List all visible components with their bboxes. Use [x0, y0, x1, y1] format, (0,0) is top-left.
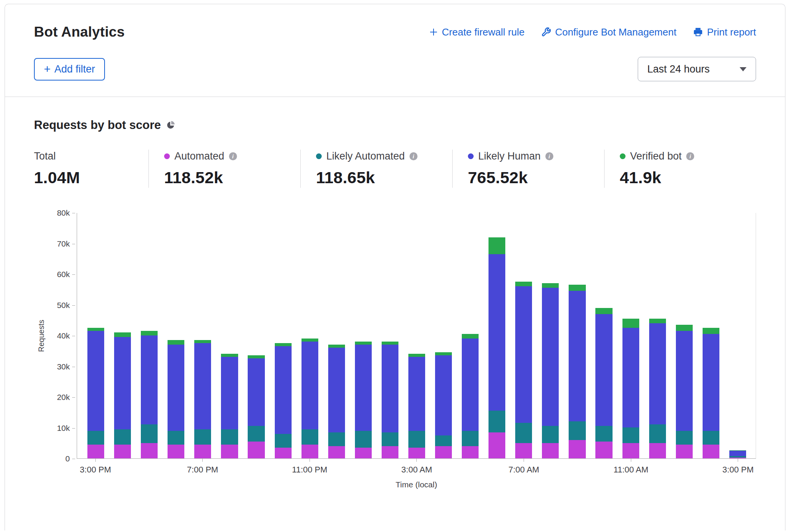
bar-segment-verified-bot	[462, 334, 479, 339]
x-axis-tick-label: 3:00 PM	[722, 465, 754, 475]
bar-segment-likely-automated	[489, 411, 505, 432]
bar-segment-likely-automated	[622, 427, 639, 443]
bar-slot	[644, 319, 671, 458]
stacked-bar[interactable]	[355, 342, 372, 458]
bar-segment-likely-automated	[141, 424, 158, 443]
info-icon[interactable]	[229, 152, 237, 160]
stacked-bar[interactable]	[114, 332, 131, 458]
bar-segment-automated	[194, 445, 211, 458]
stacked-bar[interactable]	[462, 334, 479, 458]
bar-segment-verified-bot	[542, 283, 559, 288]
stacked-bar[interactable]	[168, 340, 184, 458]
stacked-bar[interactable]	[542, 283, 559, 458]
bar-slot	[590, 308, 617, 458]
x-axis-tick-label: 7:00 PM	[187, 465, 218, 475]
bar-segment-likely-human	[622, 328, 639, 428]
bar-slot	[82, 328, 109, 458]
configure-bot-management-link[interactable]: Configure Bot Management	[541, 26, 676, 38]
bar-segment-likely-automated	[355, 431, 372, 448]
stat-likely-human[interactable]: Likely Human 765.52k	[452, 150, 604, 188]
stacked-bar[interactable]	[515, 282, 532, 458]
x-slot: 3:00 PM	[82, 459, 109, 475]
x-slot	[430, 459, 457, 475]
stacked-bar[interactable]	[221, 354, 238, 458]
x-slot	[243, 459, 269, 475]
stacked-bar[interactable]	[729, 450, 746, 458]
stacked-bar[interactable]	[676, 325, 693, 458]
stacked-bar[interactable]	[141, 331, 158, 458]
bar-segment-likely-human	[729, 451, 746, 456]
info-icon[interactable]	[545, 152, 553, 160]
y-axis-tick-label: 10k	[57, 424, 70, 433]
stacked-bar[interactable]	[435, 352, 452, 458]
bar-segment-likely-automated	[569, 421, 585, 440]
bar-segment-verified-bot	[515, 282, 532, 286]
bar-segment-automated	[301, 445, 318, 458]
stacked-bar[interactable]	[248, 355, 264, 458]
stacked-bar[interactable]	[301, 339, 318, 458]
bar-slot	[537, 283, 564, 458]
bar-slot	[189, 340, 216, 458]
bar-segment-automated	[275, 448, 292, 458]
plot-area	[77, 213, 756, 459]
bar-slot	[297, 339, 323, 458]
bar-segment-automated	[462, 446, 479, 458]
stacked-bar[interactable]	[649, 319, 666, 458]
x-tick-mark	[202, 459, 203, 462]
stacked-bar[interactable]	[408, 354, 425, 458]
stacked-bar[interactable]	[489, 237, 505, 458]
print-report-link[interactable]: Print report	[693, 26, 756, 38]
stacked-bar[interactable]	[328, 345, 345, 458]
stat-likely-automated[interactable]: Likely Automated 118.65k	[300, 150, 452, 188]
bar-segment-verified-bot	[382, 342, 398, 345]
stacked-bar[interactable]	[194, 340, 211, 458]
stat-likely-automated-label: Likely Automated	[326, 150, 405, 162]
bar-segment-likely-automated	[382, 432, 398, 446]
x-slot	[162, 459, 189, 475]
info-icon[interactable]	[686, 152, 694, 160]
stacked-bar[interactable]	[382, 342, 398, 458]
bar-segment-automated	[489, 432, 505, 458]
bar-segment-likely-automated	[408, 431, 425, 448]
bar-segment-likely-automated	[248, 426, 264, 441]
x-axis: 3:00 PM7:00 PM11:00 PM3:00 AM7:00 AM11:0…	[77, 459, 756, 475]
stacked-bar[interactable]	[569, 285, 585, 458]
bar-segment-verified-bot	[141, 331, 158, 335]
stacked-bar[interactable]	[622, 319, 639, 458]
bar-segment-verified-bot	[114, 332, 131, 337]
bar-segment-verified-bot	[676, 325, 693, 331]
bar-segment-likely-automated	[703, 431, 719, 445]
bar-segment-likely-human	[489, 254, 505, 411]
card-body: Requests by bot score Total 1.04M Automa…	[5, 97, 785, 493]
bar-slot	[109, 332, 136, 458]
stacked-bar[interactable]	[275, 343, 292, 458]
bar-segment-likely-automated	[595, 426, 612, 441]
info-icon[interactable]	[410, 152, 418, 160]
stacked-bar[interactable]	[703, 328, 719, 458]
bar-slot	[484, 237, 510, 458]
create-firewall-rule-link[interactable]: Create firewall rule	[429, 26, 525, 38]
stacked-bar[interactable]	[595, 308, 612, 458]
time-range-select[interactable]: Last 24 hours	[638, 57, 756, 81]
add-filter-button[interactable]: + Add filter	[34, 58, 105, 81]
stat-likely-human-value: 765.52k	[468, 168, 593, 187]
stat-verified-bot[interactable]: Verified bot 41.9k	[604, 150, 756, 188]
stacked-bar[interactable]	[87, 328, 104, 458]
x-slot	[644, 459, 671, 475]
bar-slot	[216, 354, 243, 458]
x-tick-mark	[738, 459, 738, 462]
page-title: Bot Analytics	[34, 24, 125, 40]
bar-segment-verified-bot	[649, 319, 666, 323]
x-tick-mark	[631, 459, 631, 462]
bar-segment-likely-human	[703, 334, 719, 431]
bar-segment-likely-automated	[87, 431, 104, 445]
bar-slot	[671, 325, 698, 458]
likely-human-legend-dot	[468, 153, 474, 159]
bar-segment-likely-human	[194, 343, 211, 429]
bar-slot	[136, 331, 163, 458]
bar-segment-likely-human	[515, 286, 532, 423]
stat-automated[interactable]: Automated 118.52k	[148, 150, 300, 188]
bar-segment-verified-bot	[355, 342, 372, 345]
plus-icon	[429, 27, 438, 37]
bar-segment-likely-human	[328, 348, 345, 432]
